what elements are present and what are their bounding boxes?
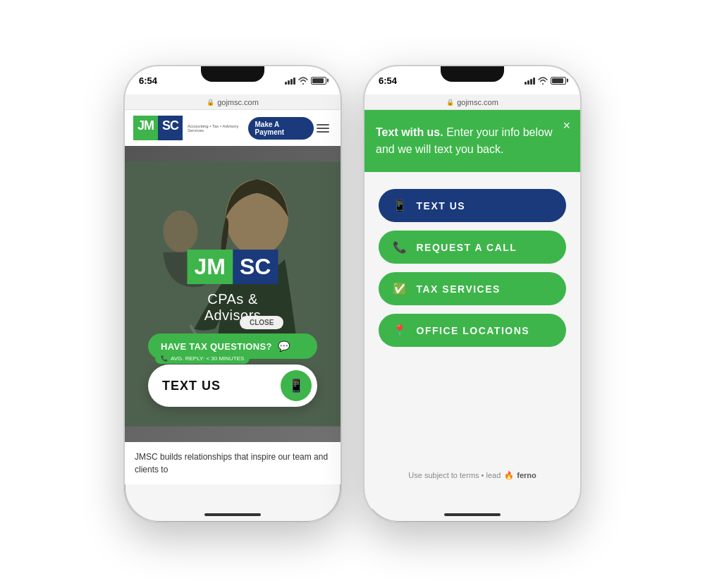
hero-logo-jm: JM — [188, 250, 233, 284]
location-icon: 📍 — [393, 324, 408, 337]
chat-icon: 💬 — [278, 341, 290, 352]
battery-icon — [311, 77, 326, 85]
logo: JM SC Accounting • Tax • Advisory Servic… — [133, 116, 248, 140]
app-header: JM SC Accounting • Tax • Advisory Servic… — [125, 110, 341, 146]
right-home-indicator — [444, 513, 501, 516]
office-locations-button[interactable]: 📍 OFFICE LOCATIONS — [379, 314, 566, 347]
green-header: × Text with us. Enter your info below an… — [364, 110, 580, 172]
left-url: gojmsc.com — [217, 98, 259, 106]
phone-icon: 📱 — [288, 378, 304, 393]
terms-text: Use subject to terms • lead — [408, 471, 501, 479]
request-call-button[interactable]: 📞 REQUEST A CALL — [379, 231, 566, 264]
right-phone-content: × Text with us. Enter your info below an… — [364, 110, 580, 509]
page-background: 6:54 — [0, 0, 705, 588]
signal-icon — [285, 76, 295, 85]
wifi-icon — [298, 77, 308, 85]
description: JMSC builds relationships that inspire o… — [125, 442, 341, 484]
left-time: 6:54 — [139, 75, 157, 86]
leadferno-text: 🔥 — [504, 471, 514, 479]
avg-reply-badge: 📞 AVG. REPLY: < 30 MINUTES — [155, 353, 250, 364]
text-us-button[interactable]: 📱 TEXT US — [379, 189, 566, 222]
left-phone-content: JM SC Accounting • Tax • Advisory Servic… — [125, 110, 341, 484]
left-notch-bar: 6:54 — [125, 66, 341, 94]
phone-right: 6:54 — [363, 65, 582, 523]
right-lock-icon: 🔒 — [446, 99, 454, 106]
avg-reply-text: AVG. REPLY: < 30 MINUTES — [171, 355, 244, 362]
footer-area: Use subject to terms • lead 🔥 ferno — [364, 454, 580, 495]
leadferno-label: ferno — [517, 471, 537, 479]
footer-text: Use subject to terms • lead 🔥 ferno — [379, 468, 566, 481]
right-time: 6:54 — [379, 75, 397, 86]
left-status-icons — [285, 76, 326, 85]
office-locations-label: OFFICE LOCATIONS — [417, 325, 530, 336]
right-status-icons — [525, 76, 566, 85]
header-text: Text with us. Enter your info below and … — [376, 124, 569, 158]
right-notch-bar: 6:54 — [364, 66, 580, 94]
header-bold: Text with us. — [376, 126, 443, 138]
payment-button[interactable]: Make A Payment — [248, 117, 314, 140]
phone-call-icon: 📞 — [393, 240, 408, 254]
text-us-label: TEXT US — [162, 379, 221, 393]
text-us-widget-container: 📞 AVG. REPLY: < 30 MINUTES TEXT US 📱 — [148, 365, 317, 407]
phone-left: 6:54 — [123, 65, 342, 523]
scene: 6:54 — [0, 0, 705, 588]
left-url-bar: 🔒 gojmsc.com — [125, 94, 341, 110]
mobile-icon: 📱 — [393, 199, 408, 212]
request-call-label: REQUEST A CALL — [417, 242, 517, 253]
text-us-btn-label: TEXT US — [417, 200, 466, 212]
right-battery-icon — [551, 77, 566, 85]
close-x-button[interactable]: × — [563, 118, 570, 133]
close-button[interactable]: CLOSE — [240, 316, 283, 329]
right-wifi-icon — [538, 77, 548, 85]
lock-icon: 🔒 — [207, 99, 214, 106]
left-notch — [201, 66, 264, 82]
clock-icon: 📞 — [161, 355, 168, 362]
have-tax-label: HAVE TAX QUESTIONS? — [161, 341, 272, 352]
right-notch — [441, 66, 504, 82]
phone-button[interactable]: 📱 — [281, 370, 312, 401]
logo-tagline: Accounting • Tax • Advisory Services — [188, 124, 248, 133]
hero-logo-sc: SC — [233, 250, 278, 284]
logo-sc: SC — [158, 116, 183, 140]
tax-services-label: TAX SERVICES — [417, 283, 501, 295]
logo-jm: JM — [133, 116, 158, 140]
hero-section: JM SC CPAs & Advisors CLOSE HAVE TAX QUE… — [125, 146, 341, 442]
menu-area: 📱 TEXT US 📞 REQUEST A CALL ✅ TAX SERVICE… — [364, 172, 580, 364]
hamburger-menu[interactable] — [314, 121, 332, 135]
right-signal-icon — [525, 76, 535, 85]
hero-logo: JM SC — [188, 250, 278, 284]
right-url-bar: 🔒 gojmsc.com — [364, 94, 580, 110]
checkmark-icon: ✅ — [393, 282, 408, 295]
text-us-widget[interactable]: TEXT US 📱 — [148, 365, 317, 407]
left-home-indicator — [204, 513, 261, 516]
logo-box: JM SC — [133, 116, 183, 140]
right-url: gojmsc.com — [457, 98, 498, 106]
tax-services-button[interactable]: ✅ TAX SERVICES — [379, 272, 566, 305]
widget-overlay: CLOSE HAVE TAX QUESTIONS? 💬 📞 AVG. REPLY… — [148, 316, 317, 407]
